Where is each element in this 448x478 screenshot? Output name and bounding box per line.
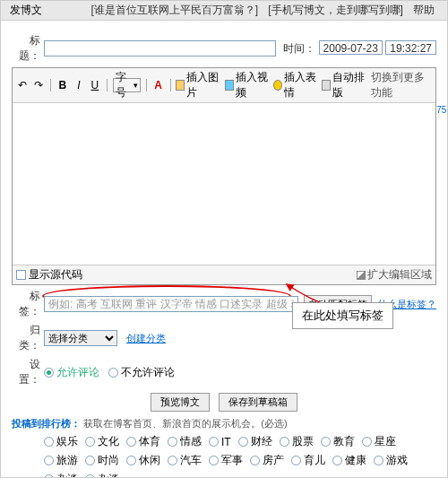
- topic-item[interactable]: 杂谈: [85, 472, 119, 478]
- font-size-select[interactable]: 字号▾: [113, 78, 141, 92]
- topic-item[interactable]: 汽车: [168, 453, 202, 468]
- topic-item[interactable]: 时尚: [85, 453, 119, 468]
- bold-icon[interactable]: B: [56, 78, 69, 92]
- topic-item[interactable]: 情感: [168, 434, 202, 449]
- top-link-help[interactable]: 帮助: [413, 4, 435, 16]
- tags-label: 标签：: [12, 289, 44, 319]
- ranking-heading: 投稿到排行榜：: [12, 418, 81, 429]
- underline-icon[interactable]: U: [89, 78, 101, 92]
- topic-item[interactable]: 育儿: [291, 453, 325, 468]
- topic-item[interactable]: 旅游: [44, 453, 78, 468]
- tags-input[interactable]: [44, 296, 298, 312]
- topic-item[interactable]: 娱乐: [44, 434, 78, 449]
- italic-icon[interactable]: I: [73, 78, 85, 92]
- show-source-label: 显示源代码: [29, 267, 82, 282]
- undo-icon[interactable]: ↶: [16, 78, 29, 92]
- resize-icon: [357, 271, 366, 280]
- topic-item[interactable]: 教育: [321, 434, 355, 449]
- redo-icon[interactable]: ↷: [32, 78, 45, 92]
- radio-on-icon: [44, 368, 54, 378]
- radio-off-icon: [108, 368, 118, 378]
- top-links: [谁是首位互联网上平民百万富翁？] [手机写博文，走到哪写到哪] 帮助: [88, 3, 438, 18]
- ranking-desc: 获取在博客首页、新浪首页的展示机会。(必选): [83, 418, 287, 429]
- topic-item[interactable]: 星座: [362, 434, 396, 449]
- date-value[interactable]: 2009-07-23: [319, 40, 383, 55]
- insert-image-button[interactable]: 插入图片: [176, 70, 220, 100]
- category-select[interactable]: 选择分类: [44, 330, 117, 346]
- settings-label: 设置：: [12, 357, 44, 387]
- editor-toolbar: ↶ ↷ B I U 字号▾ A 插入图片 插入视频 插入表情 自动排版 切换到更…: [13, 68, 435, 103]
- editor-textarea[interactable]: 750: [13, 103, 435, 265]
- topic-item[interactable]: IT: [209, 434, 231, 449]
- topic-item[interactable]: 杂谈: [44, 472, 78, 478]
- preview-button[interactable]: 预览博文: [151, 393, 210, 412]
- callout-box: 在此处填写标签: [292, 302, 393, 329]
- insert-emoji-button[interactable]: 插入表情: [273, 70, 318, 100]
- title-input[interactable]: [44, 40, 276, 56]
- topic-item[interactable]: 健康: [332, 453, 366, 468]
- auto-format-button[interactable]: 自动排版: [322, 70, 366, 100]
- topic-item[interactable]: 军事: [209, 453, 243, 468]
- page-title: 发博文: [10, 3, 42, 18]
- topic-list: 娱乐 文化 体育 情感 IT 财经 股票 教育 星座 旅游 时尚 休闲 汽车 军…: [44, 434, 436, 478]
- char-count: 750: [436, 105, 448, 115]
- topic-item[interactable]: 游戏: [374, 453, 408, 468]
- editor-container: ↶ ↷ B I U 字号▾ A 插入图片 插入视频 插入表情 自动排版 切换到更…: [12, 67, 436, 285]
- time-label: 时间：: [283, 42, 315, 55]
- new-category-link[interactable]: 创建分类: [126, 332, 166, 345]
- expand-editor-button[interactable]: 扩大编辑区域: [357, 267, 432, 282]
- topic-item[interactable]: 房产: [250, 453, 284, 468]
- allow-comments-option[interactable]: 允许评论: [44, 365, 99, 380]
- topic-item[interactable]: 文化: [85, 434, 119, 449]
- top-link-2[interactable]: [手机写博文，走到哪写到哪]: [268, 4, 403, 16]
- topic-item[interactable]: 财经: [238, 434, 272, 449]
- topic-item[interactable]: 股票: [280, 434, 314, 449]
- disallow-comments-option[interactable]: 不允许评论: [108, 365, 175, 380]
- topic-item[interactable]: 休闲: [126, 453, 160, 468]
- title-label: 标题：: [12, 33, 44, 64]
- font-color-icon[interactable]: A: [152, 78, 165, 92]
- show-source-checkbox[interactable]: [16, 270, 26, 280]
- topic-item[interactable]: 体育: [126, 434, 160, 449]
- top-link-1[interactable]: [谁是首位互联网上平民百万富翁？]: [91, 4, 259, 16]
- save-draft-button[interactable]: 保存到草稿箱: [219, 393, 297, 412]
- insert-video-button[interactable]: 插入视频: [225, 70, 270, 100]
- clock-value[interactable]: 19:32:27: [385, 40, 436, 55]
- more-functions-toggle[interactable]: 切换到更多功能: [371, 70, 432, 100]
- category-label: 归类：: [12, 323, 44, 353]
